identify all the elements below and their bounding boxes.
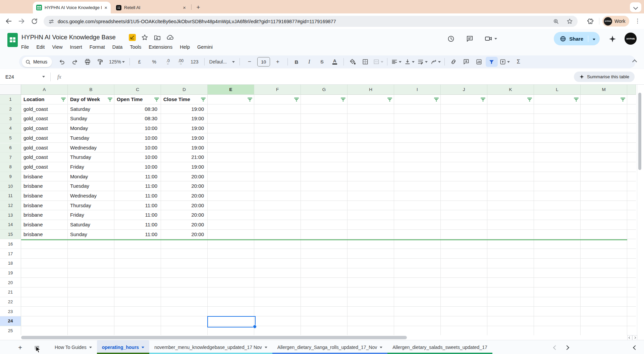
horizontal-scrollbar[interactable]: [0, 335, 637, 340]
site-info-icon[interactable]: [48, 18, 54, 25]
cell-A15[interactable]: brisbane: [21, 230, 68, 239]
column-header-A[interactable]: A: [21, 85, 68, 95]
menu-gemini[interactable]: Gemini: [194, 44, 216, 50]
cell-A8[interactable]: gold_coast: [21, 162, 68, 172]
row-header-16[interactable]: 16: [0, 239, 21, 249]
column-filter-icon[interactable]: [527, 97, 532, 102]
version-history-icon[interactable]: [443, 32, 458, 45]
row-header-23[interactable]: 23: [0, 307, 21, 316]
cell-D15[interactable]: 20:00: [161, 230, 208, 239]
cell-A10[interactable]: brisbane: [21, 181, 68, 191]
cell-I1[interactable]: [394, 95, 441, 104]
back-button[interactable]: [5, 17, 13, 25]
row-header-13[interactable]: 13: [0, 210, 21, 220]
print-button[interactable]: [82, 57, 94, 67]
forward-button[interactable]: [17, 17, 25, 25]
row-header-8[interactable]: 8: [0, 162, 21, 172]
name-box[interactable]: E24: [0, 74, 48, 80]
cell-B15[interactable]: Sunday: [68, 230, 114, 239]
cell-D5[interactable]: 19:00: [161, 133, 208, 143]
cloud-saved-icon[interactable]: [166, 34, 174, 41]
cell-C8[interactable]: 10:00: [114, 162, 161, 172]
column-header-K[interactable]: K: [487, 85, 534, 95]
sheets-logo-icon[interactable]: [7, 33, 18, 47]
currency-format-button[interactable]: £: [132, 57, 147, 67]
sheet-tab-Allergen_dietary_salads_sweets_updated_17[interactable]: Allergen_dietary_salads_sweets_updated_1…: [387, 340, 492, 354]
cell-D10[interactable]: 20:00: [161, 181, 208, 191]
row-header-1[interactable]: 1: [0, 95, 21, 104]
fill-color-button[interactable]: [346, 57, 359, 67]
row-header-25[interactable]: 25: [0, 326, 21, 336]
row-header-4[interactable]: 4: [0, 124, 21, 133]
menu-data[interactable]: Data: [109, 44, 126, 50]
cell-D6[interactable]: 19:00: [161, 143, 208, 153]
row-header-21[interactable]: 21: [0, 287, 21, 297]
column-filter-icon[interactable]: [247, 97, 253, 102]
spreadsheet-grid[interactable]: ABCDEFGHIJKLM123456789101112131415161718…: [0, 85, 644, 340]
functions-button[interactable]: Σ: [512, 57, 526, 67]
row-header-6[interactable]: 6: [0, 143, 21, 153]
cell-A5[interactable]: gold_coast: [21, 133, 68, 143]
cell-H1[interactable]: [347, 95, 394, 104]
sheet-tab-Allergen_dietary_Sanga_rolls_updated_17_Nov[interactable]: Allergen_dietary_Sanga_rolls_updated_17_…: [272, 340, 387, 354]
text-rotation-button[interactable]: A: [429, 57, 442, 67]
number-format-button[interactable]: 123: [187, 57, 202, 67]
text-color-button[interactable]: A: [329, 57, 341, 67]
column-filter-icon[interactable]: [340, 97, 346, 102]
cell-C2[interactable]: 08:30: [114, 104, 161, 114]
cell-A7[interactable]: gold_coast: [21, 152, 68, 162]
cell-B7[interactable]: Thursday: [68, 152, 114, 162]
cell-B12[interactable]: Thursday: [68, 201, 114, 211]
column-filter-icon[interactable]: [61, 97, 66, 102]
increase-font-size-button[interactable]: +: [271, 57, 285, 67]
meet-video-icon[interactable]: [481, 32, 500, 45]
bookmark-star-icon[interactable]: [567, 18, 573, 25]
cell-B5[interactable]: Tuesday: [68, 133, 114, 143]
cell-D7[interactable]: 21:00: [161, 152, 208, 162]
reload-button[interactable]: [30, 17, 38, 25]
cell-B1[interactable]: Day of Week: [68, 95, 114, 104]
cell-A6[interactable]: gold_coast: [21, 143, 68, 153]
cell-A14[interactable]: brisbane: [21, 220, 68, 230]
cell-C3[interactable]: 08:30: [114, 114, 161, 124]
cell-D14[interactable]: 20:00: [161, 220, 208, 230]
star-icon[interactable]: [141, 34, 148, 41]
share-dropdown[interactable]: [588, 36, 600, 42]
row-header-22[interactable]: 22: [0, 297, 21, 307]
column-filter-icon[interactable]: [107, 97, 113, 102]
row-header-15[interactable]: 15: [0, 230, 21, 239]
cell-C12[interactable]: 11:00: [114, 201, 161, 211]
cell-B10[interactable]: Tuesday: [68, 181, 114, 191]
column-filter-icon[interactable]: [574, 97, 579, 102]
column-header-L[interactable]: L: [534, 85, 581, 95]
fill-handle[interactable]: [253, 325, 257, 328]
column-filter-icon[interactable]: [387, 97, 392, 102]
share-button[interactable]: Share: [554, 32, 600, 45]
new-tab-button[interactable]: +: [194, 3, 203, 12]
column-header-I[interactable]: I: [394, 85, 441, 95]
cell-M1[interactable]: [581, 95, 627, 104]
cell-C11[interactable]: 11:00: [114, 191, 161, 201]
cell-C10[interactable]: 11:00: [114, 181, 161, 191]
profile-chip[interactable]: HYPHN Work: [602, 16, 629, 27]
menu-edit[interactable]: Edit: [33, 44, 48, 50]
side-panel-collapse[interactable]: [631, 344, 639, 352]
column-header-F[interactable]: F: [254, 85, 301, 95]
row-header-17[interactable]: 17: [0, 249, 21, 259]
cell-C6[interactable]: 10:00: [114, 143, 161, 153]
collapse-toolbar-button[interactable]: [630, 57, 639, 67]
sheet-tab-operating_hours[interactable]: operating_hours: [97, 340, 149, 354]
cell-A4[interactable]: gold_coast: [21, 124, 68, 133]
cell-A12[interactable]: brisbane: [21, 201, 68, 211]
cell-B13[interactable]: Friday: [68, 210, 114, 220]
cell-B6[interactable]: Wednesday: [68, 143, 114, 153]
column-filter-icon[interactable]: [480, 97, 486, 102]
menu-file[interactable]: File: [18, 44, 32, 50]
decrease-font-size-button[interactable]: −: [243, 57, 257, 67]
row-header-5[interactable]: 5: [0, 133, 21, 143]
cell-L1[interactable]: [534, 95, 581, 104]
cell-D12[interactable]: 20:00: [161, 201, 208, 211]
row-header-14[interactable]: 14: [0, 220, 21, 230]
cell-A1[interactable]: Location: [21, 95, 68, 104]
comment-history-icon[interactable]: [462, 32, 477, 45]
